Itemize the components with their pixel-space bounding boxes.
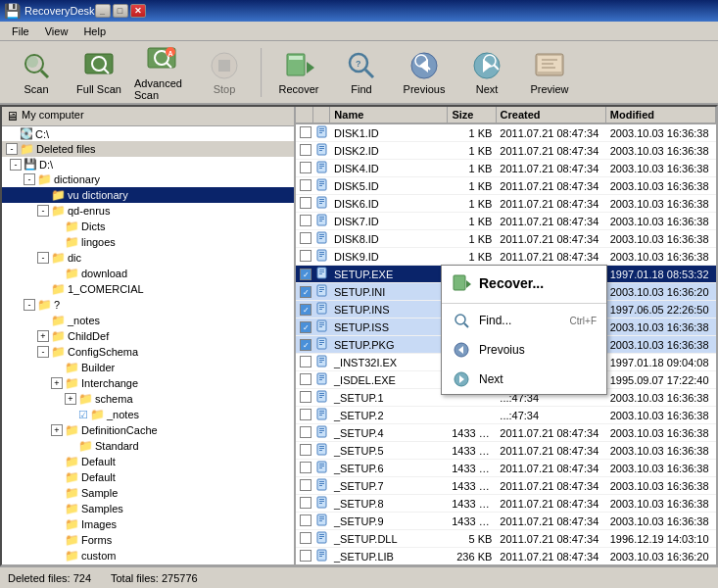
file-checkbox[interactable] — [296, 425, 312, 441]
ctx-find[interactable]: Find... Ctrl+F — [442, 306, 606, 335]
images-item[interactable]: 📁 Images — [2, 516, 294, 532]
ctx-previous[interactable]: Prevoius — [442, 335, 606, 365]
table-row[interactable]: DISK2.ID1 KB2011.07.21 08:47:342003.10.0… — [296, 142, 716, 160]
forms-item[interactable]: 📁 Forms — [2, 532, 294, 548]
col-name-header[interactable]: Name — [330, 107, 448, 122]
table-row[interactable]: _SETUP.61433 KB2011.07.21 08:47:342003.1… — [296, 460, 716, 477]
svg-rect-102 — [319, 430, 324, 431]
find-button[interactable]: ? Find — [331, 45, 392, 100]
col-size-header[interactable]: Size — [448, 107, 496, 122]
table-row[interactable]: _SETUP.81433 KB2011.07.21 08:47:342003.1… — [296, 495, 716, 513]
interchange-item[interactable]: + 📁 Interchange — [2, 375, 294, 391]
table-row[interactable]: _SETUP.51433 KB2011.07.21 08:47:342003.1… — [296, 442, 716, 460]
configschema-item[interactable]: - 📁 ConfigSchema — [2, 344, 294, 360]
file-checkbox[interactable] — [296, 214, 312, 229]
comercial-item[interactable]: 📁 1_COMERCIAL — [2, 281, 294, 297]
file-checkbox[interactable] — [296, 390, 312, 406]
file-checkbox[interactable] — [296, 408, 312, 423]
recover-button[interactable]: Recover — [268, 45, 329, 100]
table-row[interactable]: _SETUP.41433 KB2011.07.21 08:47:342003.1… — [296, 424, 716, 442]
file-checkbox[interactable] — [296, 372, 312, 388]
file-checkbox[interactable] — [296, 514, 312, 529]
table-row[interactable]: _SETUP.2...:47:342003.10.03 16:36:38 — [296, 407, 716, 424]
maximize-button[interactable]: □ — [113, 4, 128, 18]
col-check-header[interactable] — [296, 107, 313, 122]
table-row[interactable]: DISK4.ID1 KB2011.07.21 08:47:342003.10.0… — [296, 160, 716, 177]
schema-item[interactable]: + 📁 schema — [2, 391, 294, 407]
file-checkbox[interactable] — [296, 267, 312, 282]
file-checkbox[interactable] — [296, 143, 312, 159]
menu-file[interactable]: File — [4, 24, 37, 38]
file-checkbox[interactable] — [296, 125, 312, 141]
menu-help[interactable]: Help — [75, 24, 114, 38]
file-checkbox[interactable] — [296, 178, 312, 194]
advanced-scan-button[interactable]: A Advanced Scan — [131, 45, 192, 100]
deleted-files-header[interactable]: - 📁 Deleted files — [2, 141, 294, 157]
file-checkbox[interactable] — [296, 531, 312, 547]
close-button[interactable]: ✕ — [130, 4, 146, 18]
table-row[interactable]: _SETUP.LIB236 KB2011.07.21 08:47:342003.… — [296, 548, 716, 564]
file-checkbox[interactable] — [296, 355, 312, 370]
defcache-item[interactable]: + 📁 DefinitionCache — [2, 422, 294, 438]
previous-button[interactable]: Previous — [394, 45, 455, 100]
scan-button[interactable]: Scan — [6, 45, 67, 100]
download-item[interactable]: 📁 download — [2, 266, 294, 281]
childdef-item[interactable]: + 📁 ChildDef — [2, 328, 294, 344]
table-row[interactable]: _SETUP.DLL5 KB2011.07.21 08:47:341996.12… — [296, 530, 716, 548]
dicts-item[interactable]: 📁 Dicts — [2, 219, 294, 234]
ctx-recover[interactable]: Recover... — [442, 266, 606, 301]
col-created-header[interactable]: Created — [497, 107, 606, 122]
d-expand-btn[interactable]: - — [10, 159, 22, 171]
vu-dictionary-item[interactable]: 📁 vu dictionary — [2, 187, 294, 203]
table-row[interactable]: _SETUP.71433 KB2011.07.21 08:47:342003.1… — [296, 477, 716, 495]
file-checkbox[interactable] — [296, 302, 312, 318]
table-row[interactable]: DISK6.ID1 KB2011.07.21 08:47:342003.10.0… — [296, 195, 716, 213]
dic-item[interactable]: - 📁 dic — [2, 250, 294, 266]
file-checkbox[interactable] — [296, 196, 312, 212]
stop-button[interactable]: Stop — [194, 45, 255, 100]
col-modified-header[interactable]: Modified — [606, 107, 716, 122]
preview-button[interactable]: Preview — [519, 45, 580, 100]
file-checkbox[interactable] — [296, 496, 312, 512]
qd-enrus-item[interactable]: - 📁 qd-enrus — [2, 203, 294, 219]
file-checkbox[interactable] — [296, 461, 312, 476]
dictionary-item[interactable]: - 📁 dictionary — [2, 172, 294, 187]
menu-view[interactable]: View — [37, 24, 76, 38]
minimize-button[interactable]: _ — [95, 4, 111, 18]
samples-item[interactable]: 📁 Samples — [2, 501, 294, 516]
dict-expand[interactable]: - — [24, 173, 35, 185]
default2-item[interactable]: 📁 Default — [2, 469, 294, 485]
table-row[interactable]: DISK1.ID1 KB2011.07.21 08:47:342003.10.0… — [296, 124, 716, 142]
standard-sub-item[interactable]: 📁 Standard — [2, 438, 294, 454]
col-icon-header[interactable] — [313, 107, 331, 122]
file-checkbox[interactable] — [296, 549, 312, 564]
custom-item[interactable]: 📁 custom — [2, 548, 294, 564]
lingoes-item[interactable]: 📁 lingoes — [2, 234, 294, 250]
table-row[interactable]: _SETUP.91433 KB2011.07.21 08:47:342003.1… — [296, 513, 716, 530]
table-row[interactable]: DISK8.ID1 KB2011.07.21 08:47:342003.10.0… — [296, 230, 716, 248]
file-checkbox[interactable] — [296, 161, 312, 176]
barcodes-item[interactable]: 📁 barcodes — [2, 564, 294, 564]
file-checkbox[interactable] — [296, 443, 312, 459]
sample-item[interactable]: 📁 Sample — [2, 485, 294, 501]
table-row[interactable]: DISK5.ID1 KB2011.07.21 08:47:342003.10.0… — [296, 177, 716, 195]
notes-item[interactable]: 📁 _notes — [2, 313, 294, 328]
file-checkbox[interactable] — [296, 284, 312, 300]
schema-notes-item[interactable]: ☑ 📁 _notes — [2, 407, 294, 422]
file-checkbox[interactable] — [296, 249, 312, 265]
full-scan-button[interactable]: Full Scan — [69, 45, 129, 100]
deleted-expand[interactable]: - — [6, 143, 18, 155]
ctx-next[interactable]: Next — [442, 365, 606, 394]
drive-d-expand[interactable]: - 💾 D:\ — [2, 157, 294, 172]
file-checkbox[interactable] — [296, 319, 312, 335]
default1-item[interactable]: 📁 Default — [2, 454, 294, 469]
table-row[interactable]: DISK9.ID1 KB2011.07.21 08:47:342003.10.0… — [296, 248, 716, 266]
next-button[interactable]: Next — [456, 45, 517, 100]
drive-c[interactable]: 💽 C:\ — [2, 126, 294, 141]
question-item[interactable]: - 📁 ? — [2, 297, 294, 313]
file-checkbox[interactable] — [296, 337, 312, 353]
file-checkbox[interactable] — [296, 231, 312, 247]
file-checkbox[interactable] — [296, 478, 312, 494]
builder-item[interactable]: 📁 Builder — [2, 360, 294, 375]
table-row[interactable]: DISK7.ID1 KB2011.07.21 08:47:342003.10.0… — [296, 213, 716, 230]
